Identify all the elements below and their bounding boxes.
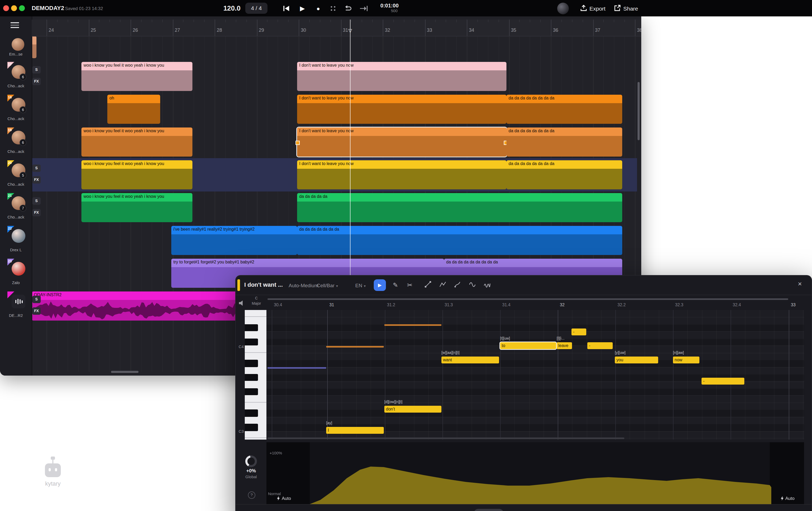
pointer-tool-button[interactable]: ▶ bbox=[374, 279, 386, 291]
track-header[interactable]: 176Cho...ack bbox=[0, 62, 32, 91]
pencil-tool[interactable]: ✎ bbox=[391, 281, 400, 289]
black-key[interactable] bbox=[245, 374, 258, 381]
time-signature[interactable]: 4 / 4 bbox=[245, 3, 267, 14]
note-grid[interactable]: -[t][uw]to[l][i...leave-[w][aa][n][t]wan… bbox=[266, 310, 804, 439]
black-key[interactable] bbox=[245, 360, 258, 367]
track-header[interactable]: DE...R2 bbox=[0, 292, 32, 321]
help-icon[interactable]: ? bbox=[248, 491, 255, 499]
horizontal-scrollbar[interactable] bbox=[111, 371, 139, 373]
note[interactable]: to bbox=[500, 342, 556, 349]
close-icon[interactable]: × bbox=[795, 280, 804, 288]
clip[interactable]: da da da da da da da da bbox=[506, 95, 622, 124]
track-header[interactable]: Em...se bbox=[0, 36, 32, 58]
track-header[interactable]: 217Cho...ack bbox=[0, 193, 32, 222]
clip-resize-handle[interactable] bbox=[295, 140, 300, 145]
param-tab-soft[interactable]: ✎Soft bbox=[508, 509, 532, 511]
parameter-curve-area[interactable]: +100% Normal Auto Auto bbox=[266, 442, 804, 504]
clip[interactable]: da da da da da bbox=[297, 193, 622, 222]
black-key[interactable] bbox=[245, 424, 258, 431]
skip-to-start-button[interactable] bbox=[281, 3, 292, 14]
language-dropdown[interactable]: EN▾ bbox=[355, 283, 366, 288]
grid-pattern-icon[interactable] bbox=[328, 3, 338, 14]
scale-root-label[interactable]: C bbox=[251, 296, 262, 300]
auto-button-right[interactable]: Auto bbox=[781, 496, 794, 501]
note[interactable]: you bbox=[615, 356, 658, 364]
note[interactable]: leave bbox=[557, 342, 572, 349]
menu-icon[interactable] bbox=[10, 22, 19, 28]
timeline-ruler[interactable]: 242526272829303132333435363738 bbox=[32, 20, 641, 36]
jump-to-end-button[interactable] bbox=[358, 3, 369, 14]
clip-lyrics: oh bbox=[107, 95, 160, 103]
solo-button[interactable]: S bbox=[32, 66, 41, 74]
note[interactable]: want bbox=[441, 356, 499, 364]
piano-keyboard[interactable] bbox=[245, 310, 266, 439]
fx-button[interactable]: FX bbox=[32, 78, 41, 85]
black-key[interactable] bbox=[245, 410, 258, 417]
record-button[interactable]: ● bbox=[313, 3, 323, 14]
solo-button[interactable]: S bbox=[32, 197, 41, 205]
loop-button[interactable] bbox=[343, 3, 353, 14]
clip[interactable]: I don't want to leave you now bbox=[297, 95, 506, 124]
param-tab-power[interactable]: ✎Power bbox=[474, 509, 503, 511]
solo-button[interactable]: S bbox=[32, 164, 41, 172]
editor-ruler[interactable]: 30.43131.231.331.43232.232.332.433 bbox=[236, 302, 811, 308]
clip[interactable]: woo i know you feel it woo yeah i know y… bbox=[81, 193, 193, 222]
clip-body bbox=[171, 234, 297, 255]
zoom-window-light[interactable] bbox=[19, 5, 25, 11]
note[interactable]: now bbox=[673, 356, 699, 364]
clip[interactable]: oh bbox=[107, 95, 160, 124]
note[interactable]: - bbox=[701, 378, 744, 384]
black-key[interactable] bbox=[245, 388, 258, 396]
track-header[interactable]: 186Cho...ack bbox=[0, 95, 32, 124]
clip[interactable]: i've been really#1 really#2 trying#1 try… bbox=[171, 226, 297, 255]
clip[interactable]: I don't want to leave you now bbox=[297, 128, 506, 157]
clip[interactable]: woo i know you feel it woo yeah i know y… bbox=[81, 128, 193, 157]
overview-scrollbar[interactable] bbox=[267, 298, 788, 300]
clip[interactable]: da da da da da da da bbox=[297, 226, 622, 255]
editor-horizontal-scrollbar[interactable] bbox=[267, 437, 624, 439]
line-tool[interactable] bbox=[424, 281, 432, 289]
auto-button-left[interactable]: Auto bbox=[277, 496, 291, 501]
playhead-marker[interactable]: ▽ bbox=[347, 28, 354, 33]
gain-knob[interactable] bbox=[245, 455, 257, 467]
fx-button[interactable]: FX bbox=[32, 209, 41, 216]
clip[interactable]: da da da da da da da da bbox=[506, 128, 622, 157]
param-tab-chest[interactable]: ✎Chest bbox=[574, 509, 602, 511]
tempo-display[interactable]: 120.0 bbox=[213, 4, 240, 12]
curve-pen-tool[interactable] bbox=[453, 281, 462, 289]
vertical-scrollbar[interactable] bbox=[638, 82, 640, 140]
scissors-tool[interactable]: ✂ bbox=[405, 281, 414, 289]
cell-bar-dropdown[interactable]: Cell/Bar▾ bbox=[317, 283, 338, 288]
share-button[interactable]: Share bbox=[614, 4, 638, 13]
vibrato-tool[interactable] bbox=[483, 281, 491, 289]
track-header[interactable]: 196Cho...ack bbox=[0, 128, 32, 157]
note[interactable]: I bbox=[326, 427, 384, 434]
voice-mode-label[interactable]: Auto-Medium bbox=[289, 283, 319, 288]
export-button[interactable]: Export bbox=[580, 4, 606, 13]
close-window-light[interactable] bbox=[3, 5, 9, 11]
ruler-tick bbox=[488, 20, 489, 22]
clip[interactable] bbox=[32, 36, 36, 58]
track-header[interactable]: 22Drex L bbox=[0, 226, 32, 255]
clip[interactable]: I don't want to leave you now bbox=[297, 160, 506, 189]
param-tab-breathy[interactable]: ✎Breathy bbox=[537, 509, 569, 511]
track-header[interactable]: 23Zalo bbox=[0, 259, 32, 288]
clip[interactable]: woo i know you feel it woo yeah i know y… bbox=[81, 160, 193, 189]
fx-button[interactable]: FX bbox=[32, 176, 41, 184]
user-avatar[interactable] bbox=[557, 2, 569, 14]
note[interactable]: - bbox=[587, 342, 613, 349]
clip[interactable]: I don't want to leave you now bbox=[297, 62, 506, 91]
play-button[interactable]: ▶ bbox=[297, 3, 308, 14]
sine-wave-tool[interactable] bbox=[468, 281, 476, 289]
note[interactable]: don't bbox=[384, 406, 441, 412]
track-header[interactable]: 205Cho...ack bbox=[0, 160, 32, 189]
fx-button[interactable]: FX bbox=[32, 307, 41, 315]
clip[interactable]: woo i know you feel it woo yeah i know y… bbox=[81, 62, 193, 91]
solo-button[interactable]: S bbox=[32, 296, 41, 303]
black-key[interactable] bbox=[245, 339, 258, 346]
polyline-tool[interactable] bbox=[438, 281, 447, 289]
minimize-window-light[interactable] bbox=[11, 5, 17, 11]
note[interactable]: - bbox=[572, 328, 586, 335]
clip[interactable]: da da da da da da da da bbox=[506, 160, 622, 189]
black-key[interactable] bbox=[245, 324, 258, 331]
